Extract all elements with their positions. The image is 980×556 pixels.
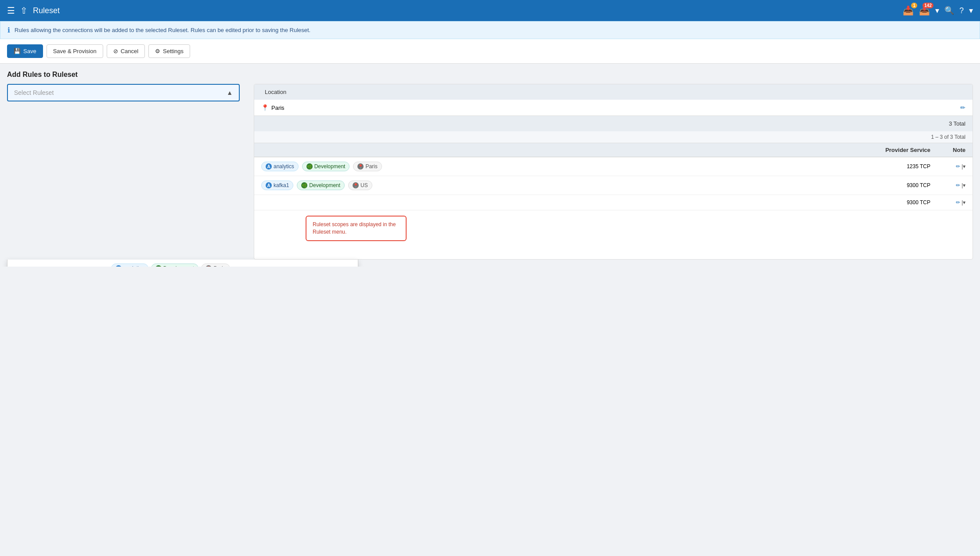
cancel-button[interactable]: ⊘ Cancel [107,44,145,58]
ruleset-select-input[interactable]: Select Ruleset ▲ [7,84,240,101]
page-title: Ruleset [33,6,903,15]
info-icon: ℹ [7,26,10,34]
settings-button[interactable]: ⚙ Settings [148,44,190,58]
upload-button[interactable]: 📤 142 [919,5,930,16]
row-env-tag-1: 🌿 Development [297,181,345,190]
notifications-button[interactable]: 📥 1 [903,5,914,16]
row-app-tag-1: A kafka1 [261,181,293,190]
table-header: Provider Service Note [254,143,973,157]
row-edit-icon-1[interactable]: ✏ [956,182,960,188]
tag-app-0: A analytics [111,264,148,267]
settings-icon: ⚙ [155,48,160,54]
cancel-icon: ⊘ [113,48,118,54]
app-header: ☰ ⇧ Ruleset 📥 1 📤 142 ▾ 🔍 ? ▾ [0,0,980,21]
row-scope-1: A kafka1 🌿 Development 📍 US [261,181,869,190]
header-actions: 📥 1 📤 142 ▾ 🔍 ? ▾ [903,5,973,16]
dropdown-chevron-icon[interactable]: ▾ [935,6,939,15]
section-title: Add Rules to Ruleset [7,71,973,79]
row-chevron-icon-1[interactable]: |▾ [962,182,966,188]
toolbar: 💾 Save Save & Provision ⊘ Cancel ⚙ Setti… [0,39,980,64]
table-row: 9300 TCP ✏ |▾ [254,195,973,210]
item-name-0: analytics | Development | Paris [14,265,111,267]
pagination-text: 1 – 3 of 3 Total [931,134,966,140]
row-app-tag-0: A analytics [261,162,299,171]
col-note-header: Note [930,147,966,153]
row-chevron-icon-0[interactable]: |▾ [962,163,966,170]
row-env-tag-0: 🌿 Development [302,162,350,171]
total-header: 3 Total [254,116,973,131]
edit-location-icon[interactable]: ✏ [960,104,966,111]
ruleset-dropdown: analytics | Development | Paris A analyt… [7,260,358,267]
row-loc-tag-1: 📍 US [348,181,372,190]
select-chevron-up-icon: ▲ [227,89,233,96]
callout-ruleset-scopes: Ruleset scopes are displayed in the Rule… [306,216,407,241]
col-provider-header: Provider Service [869,147,930,153]
row-loc-tag-0: 📍 Paris [353,162,382,171]
col-scope-header [261,147,869,153]
row-scope-0: A analytics 🌿 Development 📍 Paris [261,162,869,171]
item-tags-0: A analytics 🌿 Development 📍 Paris [111,264,230,267]
row-note-1: ✏ |▾ [930,182,966,188]
table-row: A kafka1 🌿 Development 📍 US 9300 TCP ✏ |… [254,176,973,195]
content-area: Select Ruleset ▲ analytics | Development… [7,84,973,260]
select-placeholder: Select Ruleset [14,89,54,96]
help-icon[interactable]: ? [959,6,964,15]
location-pin-icon: 📍 [261,104,269,111]
tag-loc-0: 📍 Paris [201,264,230,267]
location-value: Paris [271,105,285,111]
logo-icon: ⇧ [20,5,28,16]
tag-env-0: 🌿 Development [151,264,199,267]
expand-icon[interactable]: ▾ [969,6,973,15]
row-chevron-icon-2[interactable]: |▾ [962,199,966,206]
info-text: Rules allowing the connections will be a… [14,27,310,33]
panel-location-header: Location [254,84,973,100]
table-row: A analytics 🌿 Development 📍 Paris 1235 T… [254,157,973,176]
menu-icon[interactable]: ☰ [7,5,15,16]
notification-badge: 1 [911,3,917,8]
row-provider-0: 1235 TCP [869,163,930,170]
main-content: Add Rules to Ruleset Select Ruleset ▲ an… [0,64,980,267]
save-provision-button[interactable]: Save & Provision [47,44,103,58]
search-icon[interactable]: 🔍 [944,6,954,15]
dropdown-item[interactable]: analytics | Development | Paris A analyt… [7,260,358,267]
save-button[interactable]: 💾 Save [7,44,43,58]
upload-badge: 142 [922,3,933,8]
row-edit-icon-0[interactable]: ✏ [956,163,960,170]
row-note-0: ✏ |▾ [930,163,966,170]
row-note-2: ✏ |▾ [930,199,966,206]
row-provider-1: 9300 TCP [869,182,930,188]
info-banner: ℹ Rules allowing the connections will be… [0,21,980,39]
total-label: 3 Total [949,120,966,127]
location-row: 📍 Paris ✏ [254,100,973,116]
pagination-row: 1 – 3 of 3 Total [254,131,973,143]
row-edit-icon-2[interactable]: ✏ [956,199,960,206]
ruleset-select-container: Select Ruleset ▲ analytics | Development… [7,84,240,260]
row-provider-2: 9300 TCP [869,199,930,206]
save-icon: 💾 [14,48,21,54]
